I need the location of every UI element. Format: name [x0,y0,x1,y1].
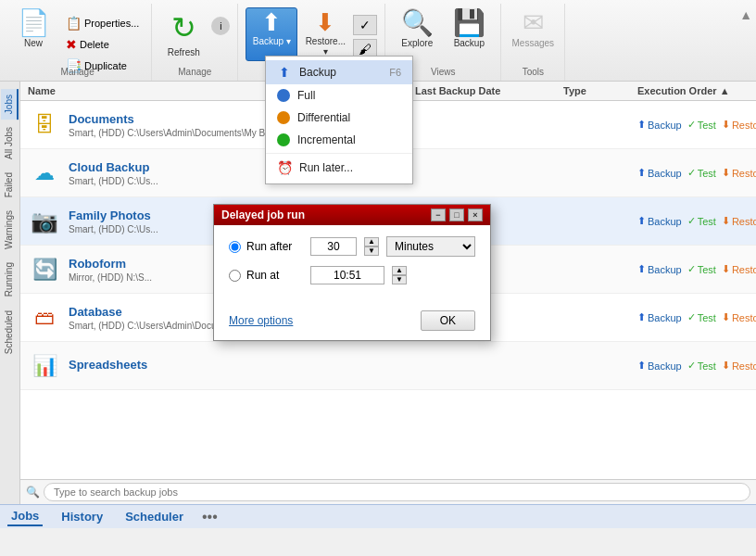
up-icon5: ⬆ [637,311,646,323]
backup-menu-icon: ⬆ [277,65,292,80]
documents-backup-btn[interactable]: ⬆ Backup [637,119,682,131]
manage-label: Manage [152,67,237,77]
sidebar-running-label: Running [4,262,14,297]
menu-item-incremental[interactable]: Incremental [266,129,412,151]
explore-button[interactable]: 🔍 Explore [393,7,441,61]
dialog-footer: More options OK [214,305,490,340]
run-after-unit-select[interactable]: Minutes Hours Days [386,236,475,257]
cloud-subtitle: Smart, (HDD) C:\Us... [69,176,158,186]
col-exec-order: Execution Order ▲ [637,85,749,96]
time-spin-down-btn[interactable]: ▼ [392,275,407,284]
menu-item-full[interactable]: Full [266,84,412,107]
photos-backup-btn[interactable]: ⬆ Backup [637,215,682,227]
refresh-icon: ↻ [171,10,196,45]
spreadsheets-test-btn[interactable]: ✓ Test [687,360,716,372]
time-spin-up-btn[interactable]: ▲ [392,266,407,275]
restore-label: Restore... ▾ [304,36,346,57]
dialog-maximize-btn[interactable]: □ [449,208,464,221]
search-bar: 🔍 [20,479,756,504]
run-at-time-input[interactable] [310,266,384,284]
menu-item-backup[interactable]: ⬆ Backup F6 [266,60,412,84]
dialog-controls: − □ × [431,208,483,221]
checkmark-icon[interactable]: ✓ [353,15,377,35]
database-icon: 🗃 [28,301,61,335]
documents-icon: 🗄 [28,108,61,142]
cloud-test-btn[interactable]: ✓ Test [687,167,716,179]
cloud-backup-btn[interactable]: ⬆ Backup [637,167,682,179]
sidebar-item-all-jobs[interactable]: All Jobs [1,121,19,165]
tab-jobs[interactable]: Jobs [7,507,43,526]
new-button[interactable]: 📄 New [9,7,57,61]
documents-restore-btn[interactable]: ⬇ Restore [722,119,756,131]
more-options-link[interactable]: More options [229,314,293,327]
search-input[interactable] [44,483,750,501]
check-icon4: ✓ [687,263,696,275]
bottom-tabs: Jobs History Scheduler ••• [0,504,756,528]
photos-title[interactable]: Family Photos [69,208,158,222]
spreadsheets-backup-btn[interactable]: ⬆ Backup [637,360,682,372]
dialog-minimize-btn[interactable]: − [431,208,446,221]
roboform-test-btn[interactable]: ✓ Test [687,263,716,275]
run-after-radio-label[interactable]: Run after [229,240,303,253]
sidebar-item-scheduled[interactable]: Scheduled [1,305,19,360]
roboform-title[interactable]: Roboform [69,257,152,271]
run-after-radio[interactable] [229,241,241,253]
sidebar-item-jobs[interactable]: Jobs [1,89,19,120]
down-icon5: ⬇ [722,311,730,323]
search-icon: 🔍 [26,486,40,499]
documents-test-btn[interactable]: ✓ Test [687,119,716,131]
database-test-btn[interactable]: ✓ Test [687,311,716,323]
tab-scheduler[interactable]: Scheduler [121,508,187,525]
properties-button[interactable]: 📋 Properties... [61,13,144,33]
cloud-restore-btn[interactable]: ⬇ Restore [722,167,756,179]
dialog-body: Run after ▲ ▼ Minutes Hours Days Run at [214,225,490,305]
menu-item-differential[interactable]: Differential [266,107,412,129]
spreadsheets-restore-btn[interactable]: ⬇ Restore [722,360,756,372]
restore-button[interactable]: ⬇ Restore... ▾ [301,7,349,61]
run-after-label: Run after [246,240,292,253]
spreadsheets-title[interactable]: Spreadsheets [69,358,147,372]
check-icon3: ✓ [687,215,696,227]
up-icon3: ⬆ [637,215,646,227]
menu-item-run-later[interactable]: ⏰ Run later... [266,156,412,180]
roboform-backup-btn[interactable]: ⬆ Backup [637,263,682,275]
run-after-row: Run after ▲ ▼ Minutes Hours Days [229,236,475,257]
run-after-value-input[interactable] [310,237,357,256]
spin-up-btn[interactable]: ▲ [364,237,379,246]
roboform-restore-btn[interactable]: ⬇ Restore [722,263,756,275]
spin-down-btn[interactable]: ▼ [364,246,379,256]
messages-button[interactable]: ✉ Messages [509,7,557,61]
sidebar-item-failed[interactable]: Failed [1,167,19,203]
photos-test-btn[interactable]: ✓ Test [687,215,716,227]
backup-view-label: Backup [454,38,485,48]
roboform-icon: 🔄 [28,253,61,286]
delete-button[interactable]: ✖ Delete [61,34,144,55]
new-icon: 📄 [18,10,50,36]
tab-more-button[interactable]: ••• [202,509,218,525]
photos-restore-btn[interactable]: ⬇ Restore [722,215,756,227]
run-at-radio-label[interactable]: Run at [229,269,303,282]
new-label: New [24,38,43,48]
up-icon: ⬆ [637,119,646,131]
run-at-row: Run at ▲ ▼ [229,266,475,284]
dialog-close-btn[interactable]: × [468,208,483,221]
sidebar-warnings-label: Warnings [4,210,14,249]
tab-history[interactable]: History [57,508,107,525]
run-at-radio[interactable] [229,270,241,282]
explore-label: Explore [401,38,433,48]
sidebar-item-warnings[interactable]: Warnings [1,205,19,255]
backup-button[interactable]: ⬆ Backup ▾ [246,7,297,61]
refresh-button[interactable]: ↻ Refresh [159,7,208,61]
messages-icon: ✉ [523,10,544,36]
database-backup-btn[interactable]: ⬆ Backup [637,311,682,323]
backup-view-button[interactable]: 💾 Backup [445,7,493,61]
full-icon [277,89,290,102]
cloud-title[interactable]: Cloud Backup [69,160,158,174]
differential-icon [277,111,290,124]
messages-label: Messages [512,38,555,48]
database-restore-btn[interactable]: ⬇ Restore [722,311,756,323]
ok-button[interactable]: OK [421,310,475,331]
toolbar-collapse-button[interactable]: ▲ [739,7,752,81]
photos-icon: 📷 [28,205,61,238]
sidebar-item-running[interactable]: Running [1,257,19,302]
